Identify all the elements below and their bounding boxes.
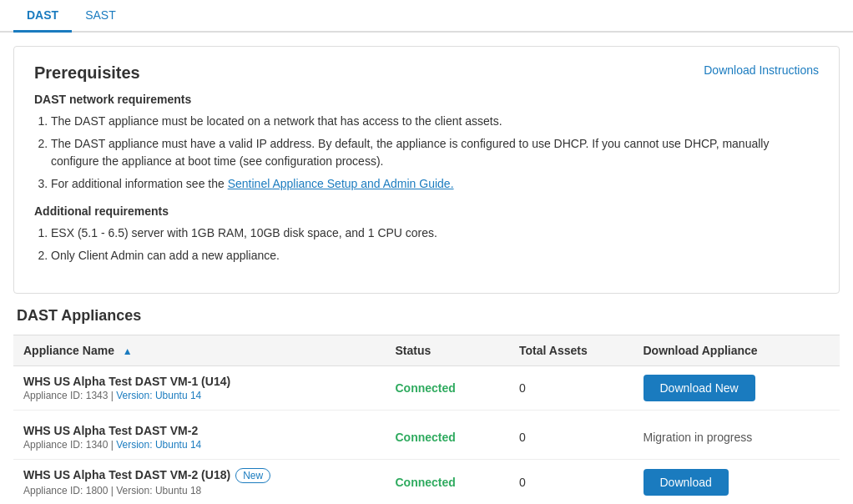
appliance-download-cell: Download New (633, 366, 840, 411)
appliance-status-cell: Connected (386, 411, 510, 460)
tab-sast[interactable]: SAST (72, 0, 129, 33)
version-text: Version: Ubuntu 18 (116, 485, 201, 496)
total-assets-value: 0 (519, 431, 526, 444)
appliance-meta: Appliance ID: 1340 | Version: Ubuntu 14 (23, 439, 201, 451)
version-text[interactable]: Version: Ubuntu 14 (116, 439, 201, 451)
additional-section-title: Additional requirements (34, 204, 819, 218)
network-req-2: The DAST appliance must have a valid IP … (51, 135, 819, 170)
download-button[interactable]: Download New (644, 375, 755, 401)
appliance-assets-cell: 0 (509, 460, 633, 505)
table-row: WHS US Alpha Test DAST VM-1 (U14)Applian… (13, 366, 840, 411)
tab-dast[interactable]: DAST (13, 0, 72, 33)
appliance-meta: Appliance ID: 1800 | Version: Ubuntu 18 (23, 485, 201, 496)
prerequisites-title: Prerequisites (34, 63, 819, 83)
appliance-name: WHS US Alpha Test DAST VM-2 (U18) (23, 468, 230, 481)
appliance-assets-cell: 0 (509, 366, 633, 411)
additional-req-2: Only Client Admin can add a new applianc… (51, 247, 819, 265)
table-row: WHS US Alpha Test DAST VM-2Appliance ID:… (13, 411, 840, 460)
appliance-assets-cell: 0 (509, 411, 633, 460)
appliance-meta: Appliance ID: 1343 | Version: Ubuntu 14 (23, 390, 201, 401)
network-req-1: The DAST appliance must be located on a … (51, 113, 819, 130)
col-header-download: Download Appliance (633, 335, 840, 366)
network-requirements-list: The DAST appliance must be located on a … (34, 113, 819, 193)
appliance-name: WHS US Alpha Test DAST VM-1 (U14) (23, 375, 230, 388)
appliance-name-cell: WHS US Alpha Test DAST VM-2Appliance ID:… (13, 411, 386, 460)
tabs-container: DAST SAST (0, 0, 853, 33)
status-badge: Connected (396, 381, 456, 395)
total-assets-value: 0 (519, 381, 526, 395)
additional-req-1: ESX (5.1 - 6.5) server with 1GB RAM, 10G… (51, 224, 819, 242)
network-req-3: For additional information see the Senti… (51, 175, 819, 193)
appliances-section: DAST Appliances Appliance Name ▲ Status … (13, 307, 840, 504)
appliances-table: Appliance Name ▲ Status Total Assets Dow… (13, 335, 840, 504)
col-header-name[interactable]: Appliance Name ▲ (13, 335, 386, 366)
additional-requirements-block: Additional requirements ESX (5.1 - 6.5) … (34, 204, 819, 265)
appliance-name-cell: WHS US Alpha Test DAST VM-1 (U14)Applian… (13, 366, 386, 411)
migration-text: Migration in progress (644, 431, 753, 444)
version-text[interactable]: Version: Ubuntu 14 (116, 390, 201, 401)
total-assets-value: 0 (519, 476, 526, 489)
appliance-download-cell: Migration in progress (633, 411, 840, 460)
status-badge: Connected (396, 476, 456, 489)
status-badge: Connected (396, 431, 456, 444)
col-header-assets: Total Assets (509, 335, 633, 366)
table-row: WHS US Alpha Test DAST VM-2 (U18)NewAppl… (13, 460, 840, 505)
appliance-status-cell: Connected (386, 366, 510, 411)
appliance-status-cell: Connected (386, 460, 510, 505)
network-section-title: DAST network requirements (34, 93, 819, 106)
table-header-row: Appliance Name ▲ Status Total Assets Dow… (13, 335, 840, 366)
download-instructions-link[interactable]: Download Instructions (704, 63, 819, 77)
additional-requirements-list: ESX (5.1 - 6.5) server with 1GB RAM, 10G… (34, 224, 819, 265)
appliances-title: DAST Appliances (13, 307, 840, 325)
sentinel-guide-link[interactable]: Sentinel Appliance Setup and Admin Guide… (228, 177, 454, 190)
appliance-download-cell: Download (633, 460, 840, 505)
appliance-name: WHS US Alpha Test DAST VM-2 (23, 424, 198, 437)
appliance-name-cell: WHS US Alpha Test DAST VM-2 (U18)NewAppl… (13, 460, 386, 505)
col-header-status: Status (386, 335, 510, 366)
network-requirements-block: DAST network requirements The DAST appli… (34, 93, 819, 193)
sort-arrow-icon: ▲ (123, 345, 133, 357)
prerequisites-section: Prerequisites Download Instructions DAST… (13, 46, 840, 294)
download-button[interactable]: Download (644, 469, 729, 496)
new-badge: New (235, 468, 270, 483)
